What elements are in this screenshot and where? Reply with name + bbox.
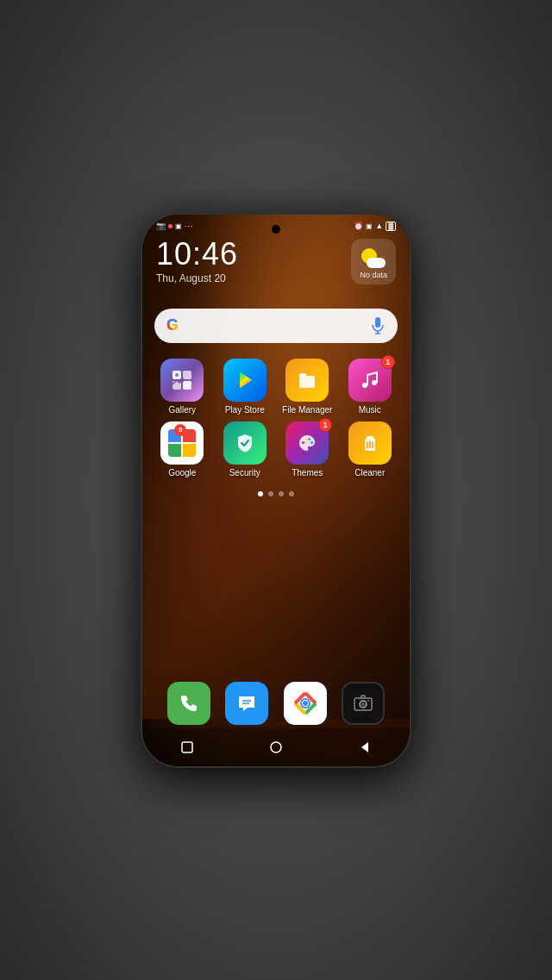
app-cleaner-wrapper bbox=[348, 421, 392, 465]
svg-point-12 bbox=[308, 438, 310, 440]
app-security-label: Security bbox=[229, 468, 260, 478]
weather-icon bbox=[361, 244, 386, 268]
nav-bar bbox=[142, 728, 410, 766]
app-playstore-wrapper bbox=[223, 359, 267, 402]
nav-home-button[interactable] bbox=[267, 739, 285, 756]
page-dot-1 bbox=[258, 491, 263, 496]
app-playstore-label: Play Store bbox=[225, 405, 265, 415]
camera-hole bbox=[272, 225, 280, 234]
app-cleaner-icon bbox=[348, 421, 392, 465]
svg-point-11 bbox=[304, 438, 307, 440]
google-logo: G bbox=[166, 316, 185, 335]
nav-back-button[interactable] bbox=[356, 739, 373, 756]
app-filemanager[interactable]: File Manager bbox=[280, 359, 334, 415]
app-dock bbox=[142, 682, 410, 725]
more-icon: ··· bbox=[185, 222, 194, 230]
app-gallery-wrapper bbox=[160, 359, 204, 402]
search-bar-container: G bbox=[142, 302, 410, 350]
app-music[interactable]: 1 Music bbox=[343, 359, 397, 415]
clock-date: Thu, August 20 bbox=[156, 272, 238, 284]
app-themes-label: Themes bbox=[292, 468, 323, 478]
app-gallery-label: Gallery bbox=[168, 405, 196, 415]
app-gallery-icon bbox=[160, 359, 204, 402]
app-music-wrapper: 1 bbox=[348, 359, 392, 402]
page-dot-2 bbox=[268, 491, 273, 496]
app-filemanager-label: File Manager bbox=[282, 405, 332, 415]
weather-widget[interactable]: No data bbox=[351, 239, 396, 284]
svg-rect-4 bbox=[183, 371, 191, 379]
clock-widget: 10:46 Thu, August 20 bbox=[156, 239, 238, 284]
app-themes-badge: 1 bbox=[318, 418, 332, 432]
app-cleaner-label: Cleaner bbox=[354, 468, 385, 478]
app-google-icon: 9 bbox=[160, 421, 204, 465]
svg-point-32 bbox=[271, 742, 281, 752]
app-themes[interactable]: 1 Themes bbox=[280, 421, 334, 478]
google-search-bar[interactable]: G bbox=[154, 309, 398, 343]
page-dot-3 bbox=[279, 491, 284, 496]
app-google[interactable]: 9 Google bbox=[155, 421, 209, 478]
dock-chrome[interactable] bbox=[284, 682, 327, 725]
mic-icon[interactable] bbox=[370, 318, 386, 334]
phone-screen: 📷 ▣ ··· ⏰ ▣ ▲ ▓ 10:46 Thu, August 20 bbox=[142, 215, 410, 766]
cloud-shape bbox=[367, 258, 386, 268]
svg-marker-9 bbox=[240, 372, 252, 388]
svg-point-10 bbox=[302, 441, 304, 444]
svg-rect-6 bbox=[183, 381, 191, 390]
clock-area: 10:46 Thu, August 20 No data bbox=[142, 234, 410, 293]
svg-rect-0 bbox=[375, 317, 380, 328]
app-row-1: Gallery bbox=[151, 359, 401, 415]
app-playstore-icon bbox=[223, 359, 267, 402]
sim2-icon: ▣ bbox=[366, 222, 373, 230]
app-security[interactable]: Security bbox=[218, 421, 272, 478]
page-indicator bbox=[142, 484, 410, 503]
record-dot bbox=[168, 224, 172, 228]
battery-icon: ▓ bbox=[386, 222, 396, 231]
app-playstore[interactable]: Play Store bbox=[218, 359, 272, 415]
alarm-icon: ⏰ bbox=[354, 222, 363, 230]
dock-phone[interactable] bbox=[167, 682, 210, 725]
app-gallery[interactable]: Gallery bbox=[155, 359, 209, 415]
dock-messages[interactable] bbox=[225, 682, 268, 725]
camera-status-icon: 📷 bbox=[156, 222, 166, 230]
svg-point-30 bbox=[367, 700, 369, 702]
app-security-wrapper bbox=[223, 421, 267, 465]
google-multi-icon: 9 bbox=[168, 429, 196, 457]
sim-icon: ▣ bbox=[175, 222, 182, 230]
weather-no-data: No data bbox=[360, 271, 387, 279]
svg-point-29 bbox=[361, 702, 366, 706]
dock-camera[interactable] bbox=[342, 682, 385, 725]
svg-point-7 bbox=[175, 373, 179, 377]
status-bar-left: 📷 ▣ ··· bbox=[156, 222, 194, 230]
app-grid-row1: Gallery bbox=[142, 359, 410, 478]
google-badge: 9 bbox=[174, 424, 186, 436]
nav-square-button[interactable] bbox=[179, 739, 196, 756]
svg-rect-14 bbox=[367, 436, 373, 438]
app-google-label: Google bbox=[168, 468, 196, 478]
svg-marker-33 bbox=[361, 742, 368, 752]
app-security-icon bbox=[223, 421, 267, 465]
svg-point-26 bbox=[303, 701, 308, 706]
clock-time: 10:46 bbox=[156, 239, 238, 270]
app-cleaner[interactable]: Cleaner bbox=[343, 421, 397, 478]
page-dot-4 bbox=[289, 491, 294, 496]
status-bar-right: ⏰ ▣ ▲ ▓ bbox=[354, 222, 396, 231]
app-google-wrapper: 9 bbox=[160, 421, 204, 465]
app-themes-wrapper: 1 bbox=[285, 421, 329, 465]
wifi-icon: ▲ bbox=[375, 222, 383, 230]
app-filemanager-wrapper bbox=[285, 359, 329, 402]
app-music-label: Music bbox=[359, 405, 381, 415]
svg-rect-31 bbox=[182, 742, 192, 752]
app-filemanager-icon bbox=[285, 359, 329, 402]
svg-point-13 bbox=[310, 441, 313, 444]
phone-device: 📷 ▣ ··· ⏰ ▣ ▲ ▓ 10:46 Thu, August 20 bbox=[142, 215, 410, 766]
app-row-2: 9 Google bbox=[151, 421, 401, 478]
app-music-badge: 1 bbox=[381, 355, 395, 369]
